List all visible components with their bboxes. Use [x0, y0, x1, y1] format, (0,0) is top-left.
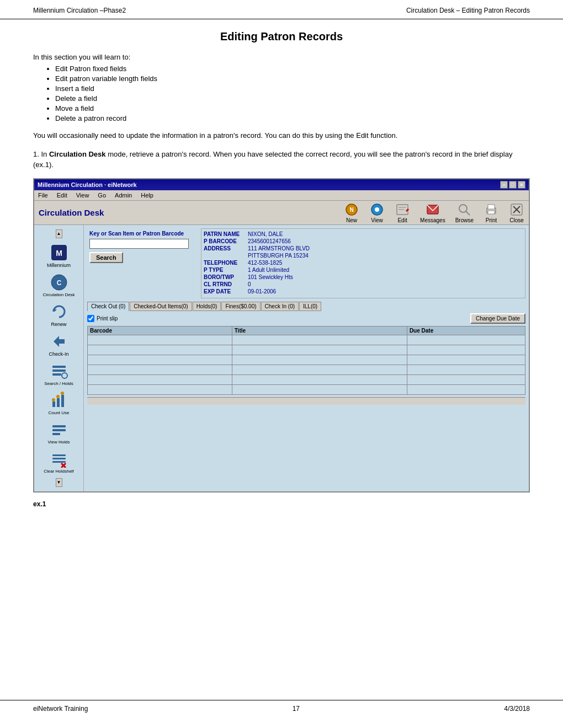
table-row	[88, 365, 525, 374]
svg-point-26	[62, 373, 67, 378]
search-button[interactable]: Search	[89, 252, 123, 263]
list-item: Delete a field	[55, 94, 530, 103]
scan-input[interactable]	[89, 239, 189, 249]
toolbar: N New View Edit	[344, 202, 524, 223]
sidebar-item-count-use[interactable]: Count Use	[37, 390, 81, 415]
sidebar-scroll-down[interactable]: ▼	[56, 478, 62, 487]
toolbar-close-label: Close	[509, 217, 524, 223]
patron-expdate-label: EXP DATE	[204, 288, 248, 295]
tab-bar: Check Out (0) Checked-Out Items(0) Holds…	[87, 302, 525, 311]
toolbar-close[interactable]: Close	[509, 202, 524, 223]
menu-help[interactable]: Help	[139, 191, 155, 199]
toolbar-print-label: Print	[486, 217, 497, 223]
patron-clrtrnd-value: 0	[248, 281, 251, 287]
print-slip-checkbox[interactable]	[87, 315, 94, 322]
svg-rect-24	[52, 370, 66, 372]
patron-address-label2	[204, 253, 248, 259]
print-slip-label: Print slip	[97, 315, 118, 322]
menu-go[interactable]: Go	[96, 191, 108, 199]
renew-icon	[49, 302, 69, 322]
app-body: ▲ M Millennium C Circulation Desk	[34, 225, 529, 491]
patron-address-label: ADDRESS	[204, 245, 248, 251]
tab-checkout[interactable]: Check Out (0)	[87, 302, 129, 311]
sidebar-clear-holdshelf-label: Clear Holdshelf	[44, 469, 74, 474]
messages-icon	[425, 202, 440, 217]
view-holds-icon	[49, 420, 69, 440]
sidebar-item-search-holds[interactable]: Search / Holds	[37, 361, 81, 386]
title-bar-controls[interactable]: – □ ×	[500, 181, 525, 189]
patron-info-panel: PATRN NAME NIXON, DALE P BARCODE 2345600…	[201, 228, 525, 298]
col-barcode: Barcode	[88, 326, 232, 335]
main-content: Editing Patron Records In this section y…	[0, 19, 563, 519]
patron-address-row1: ADDRESS 111 ARMSTRONG BLVD	[204, 245, 523, 251]
ex-label: ex.1	[33, 500, 530, 508]
patron-telephone-label: TELEPHONE	[204, 260, 248, 266]
svg-rect-28	[57, 398, 60, 407]
sidebar-scroll-up[interactable]: ▲	[56, 229, 62, 238]
title-bar: Millennium Circulation · eiNetwork – □ ×	[34, 179, 529, 190]
screenshot-container: Millennium Circulation · eiNetwork – □ ×…	[33, 178, 530, 493]
svg-rect-37	[52, 458, 66, 459]
sidebar-item-view-holds[interactable]: View Holds	[37, 420, 81, 445]
toolbar-messages[interactable]: Messages	[420, 202, 445, 223]
search-holds-icon	[49, 361, 69, 381]
svg-text:N: N	[349, 207, 353, 213]
toolbar-browse[interactable]: Browse	[455, 202, 474, 223]
toolbar-edit-label: Edit	[397, 217, 407, 223]
sidebar-item-checkin[interactable]: Check-In	[37, 331, 81, 357]
circ-desk-label: Circulation Desk	[39, 208, 104, 217]
svg-rect-27	[52, 402, 55, 407]
sidebar-item-millennium[interactable]: M Millennium	[37, 243, 81, 268]
patron-name-value: NIXON, DALE	[248, 231, 283, 237]
sidebar-checkin-label: Check-In	[49, 351, 68, 357]
sidebar-view-holds-label: View Holds	[48, 440, 70, 445]
menu-admin[interactable]: Admin	[113, 191, 134, 199]
sidebar-item-circ-desk[interactable]: C Circulation Desk	[37, 272, 81, 297]
print-slip-area: Print slip	[87, 315, 118, 322]
sidebar-item-renew[interactable]: Renew	[37, 302, 81, 327]
print-icon	[484, 202, 499, 217]
menu-edit[interactable]: Edit	[55, 191, 69, 199]
close-button[interactable]: ×	[518, 181, 525, 189]
sidebar-renew-label: Renew	[51, 322, 66, 327]
maximize-button[interactable]: □	[509, 181, 517, 189]
bullet-list: Edit Patron fixed fields Edit patron var…	[55, 65, 530, 122]
page-title: Editing Patron Records	[33, 30, 530, 43]
menu-file[interactable]: File	[36, 191, 50, 199]
sidebar-count-use-label: Count Use	[49, 410, 70, 415]
change-due-date-button[interactable]: Change Due Date	[470, 313, 525, 324]
patron-barcode-value: 23456001247656	[248, 238, 291, 244]
header-left: Millennium Circulation –Phase2	[33, 7, 126, 14]
tab-fines[interactable]: Fines($0.00)	[221, 302, 260, 311]
bottom-scroll[interactable]	[87, 397, 525, 405]
patron-boro-label: BORO/TWP	[204, 274, 248, 280]
checkin-icon	[49, 331, 69, 351]
patron-barcode-label: P BARCODE	[204, 238, 248, 244]
footer-center: 17	[293, 705, 300, 713]
patron-ptype-row: P TYPE 1 Adult Unlimited	[204, 267, 523, 273]
checkout-table: Barcode Title Due Date	[87, 326, 525, 395]
sidebar-item-clear-holdshelf[interactable]: Clear Holdshelf	[37, 449, 81, 474]
svg-point-31	[56, 395, 60, 398]
menu-bar: File Edit View Go Admin Help	[34, 190, 529, 201]
list-item: Move a field	[55, 104, 530, 113]
minimize-button[interactable]: –	[500, 181, 508, 189]
svg-point-30	[52, 398, 55, 402]
tab-checkin[interactable]: Check In (0)	[261, 302, 299, 311]
list-item: Delete a patron record	[55, 114, 530, 122]
footer-left: eiNetwork Training	[33, 705, 88, 713]
tab-checked-out[interactable]: Checked-Out Items(0)	[130, 302, 192, 311]
patron-expdate-row: EXP DATE 09-01-2006	[204, 288, 523, 295]
svg-point-9	[459, 205, 467, 212]
toolbar-new[interactable]: N New	[344, 202, 359, 223]
toolbar-edit[interactable]: Edit	[395, 202, 410, 223]
toolbar-print[interactable]: Print	[484, 202, 499, 223]
svg-rect-12	[488, 205, 495, 209]
svg-rect-33	[52, 425, 66, 427]
para2-bold: Circulation Desk	[49, 150, 106, 158]
tab-ill[interactable]: ILL(0)	[299, 302, 321, 311]
tab-toolbar: Print slip Change Due Date	[87, 313, 525, 324]
toolbar-view[interactable]: View	[369, 202, 385, 223]
menu-view[interactable]: View	[75, 191, 91, 199]
tab-holds[interactable]: Holds(0)	[193, 302, 221, 311]
